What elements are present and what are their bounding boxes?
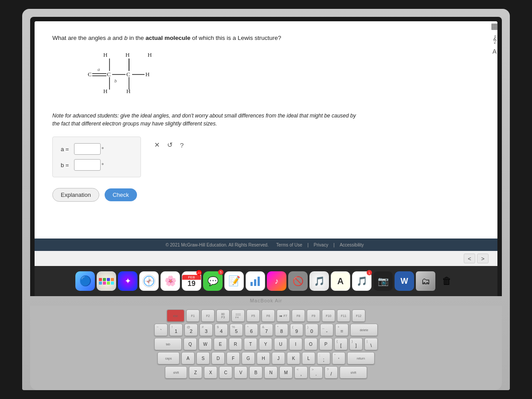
key-comma[interactable]: <,: [294, 366, 308, 379]
key-v[interactable]: V: [234, 366, 247, 379]
lewis-svg: H H H C C C: [79, 51, 194, 104]
key-0[interactable]: )0: [305, 324, 318, 336]
input-a[interactable]: [74, 143, 101, 155]
key-tab[interactable]: tab: [154, 338, 182, 350]
key-shift-left[interactable]: shift: [165, 366, 187, 379]
key-7[interactable]: &7: [260, 324, 273, 336]
key-e[interactable]: E: [214, 338, 227, 350]
key-equals[interactable]: +=: [335, 324, 348, 336]
grid-icon[interactable]: ▦: [491, 21, 497, 31]
key-minus[interactable]: _-: [320, 324, 333, 336]
key-f7[interactable]: ⏮ F7: [277, 309, 290, 322]
check-button[interactable]: Check: [105, 188, 137, 201]
accessibility-link[interactable]: Accessibility: [340, 243, 364, 247]
dock-photos-app[interactable]: 🌸: [160, 271, 180, 291]
key-tilde[interactable]: ~`: [154, 324, 168, 336]
speaker-icon[interactable]: 𝄞: [493, 35, 497, 43]
dock-siri[interactable]: ✦: [118, 271, 137, 291]
key-c[interactable]: C: [219, 366, 232, 379]
key-d[interactable]: D: [211, 352, 225, 364]
key-6[interactable]: ^6: [245, 324, 258, 336]
key-rbracket[interactable]: }]: [349, 338, 363, 350]
dock-finder[interactable]: 🔵: [75, 271, 95, 291]
key-h[interactable]: H: [257, 352, 270, 364]
key-capslock[interactable]: caps: [157, 352, 180, 364]
key-f3[interactable]: 80F3: [216, 309, 230, 322]
key-p[interactable]: P: [319, 338, 332, 350]
dock-charts[interactable]: [246, 271, 265, 291]
key-r[interactable]: R: [229, 338, 242, 350]
key-f1[interactable]: F1: [186, 309, 200, 322]
key-slash[interactable]: ?/: [325, 366, 338, 379]
key-period[interactable]: >.: [309, 366, 323, 379]
key-b[interactable]: B: [249, 366, 262, 379]
privacy-link[interactable]: Privacy: [314, 243, 329, 247]
key-f8[interactable]: F8: [292, 309, 305, 322]
key-i[interactable]: I: [289, 338, 302, 350]
terms-link[interactable]: Terms of Use: [276, 243, 302, 247]
key-delete[interactable]: delete: [350, 324, 378, 336]
key-f9[interactable]: F9: [307, 309, 320, 322]
key-f4[interactable]: ⠿⠿⠿F4: [231, 309, 245, 322]
key-esc[interactable]: esc: [167, 309, 184, 322]
key-2[interactable]: @2: [184, 324, 198, 336]
key-4[interactable]: $4: [215, 324, 228, 336]
key-f12[interactable]: F12: [352, 309, 365, 322]
key-3[interactable]: #3: [200, 324, 213, 336]
key-backslash[interactable]: |\: [364, 338, 378, 350]
key-quote[interactable]: "': [332, 352, 345, 364]
dock-reminders[interactable]: 📝: [224, 271, 244, 291]
key-w[interactable]: W: [199, 338, 212, 350]
key-s[interactable]: S: [196, 352, 210, 364]
key-8[interactable]: *8: [275, 324, 288, 336]
dock-trash[interactable]: 🗑: [437, 271, 457, 291]
key-t[interactable]: T: [244, 338, 257, 350]
key-f11[interactable]: F11: [337, 309, 350, 322]
key-g[interactable]: G: [242, 352, 255, 364]
key-j[interactable]: J: [272, 352, 285, 364]
key-semicolon[interactable]: :;: [317, 352, 330, 364]
key-z[interactable]: Z: [189, 366, 202, 379]
key-9[interactable]: (9: [290, 324, 303, 336]
key-q[interactable]: Q: [184, 338, 197, 350]
key-lbracket[interactable]: {[: [334, 338, 348, 350]
key-a[interactable]: A: [181, 352, 195, 364]
explanation-button[interactable]: Explanation: [52, 188, 99, 202]
key-y[interactable]: Y: [259, 338, 272, 350]
clear-icon[interactable]: ✕: [154, 141, 160, 149]
key-f2[interactable]: F2: [201, 309, 215, 322]
dock-safari[interactable]: [139, 271, 159, 291]
key-m[interactable]: M: [279, 366, 293, 379]
dock-camera[interactable]: 📷: [373, 271, 393, 291]
key-l[interactable]: L: [302, 352, 315, 364]
dock-do-not-disturb[interactable]: 🚫: [288, 271, 308, 291]
dock-messages[interactable]: 💬 5: [203, 271, 223, 291]
dock-music-app[interactable]: ♪: [267, 271, 286, 291]
book-icon[interactable]: A: [493, 48, 497, 55]
dock-itunes[interactable]: 🎵: [309, 271, 329, 291]
key-f6[interactable]: F6: [262, 309, 275, 322]
key-n[interactable]: N: [264, 366, 278, 379]
nav-back-button[interactable]: <: [464, 254, 475, 263]
dock-word[interactable]: W: [395, 271, 414, 291]
key-u[interactable]: U: [274, 338, 287, 350]
dock-clock[interactable]: 🎵 1: [352, 271, 372, 291]
nav-forward-button[interactable]: >: [477, 254, 489, 263]
dock-launchpad[interactable]: [97, 271, 116, 291]
dock-notes-icon[interactable]: A: [331, 271, 350, 291]
refresh-icon[interactable]: ↺: [167, 141, 173, 149]
key-f10[interactable]: F10: [322, 309, 335, 322]
key-o[interactable]: O: [304, 338, 317, 350]
key-f5[interactable]: F5: [246, 309, 260, 322]
key-return[interactable]: return: [347, 352, 375, 364]
key-k[interactable]: K: [287, 352, 300, 364]
dock-finder2[interactable]: 🗂: [416, 271, 435, 291]
help-icon[interactable]: ?: [180, 141, 184, 149]
key-f[interactable]: F: [227, 352, 240, 364]
key-x[interactable]: X: [204, 366, 217, 379]
key-5[interactable]: %5: [230, 324, 243, 336]
input-b[interactable]: [74, 159, 101, 171]
key-shift-right[interactable]: shift: [340, 366, 367, 379]
key-1[interactable]: !1: [169, 324, 183, 336]
dock-calendar[interactable]: FEB 19 23: [182, 271, 201, 291]
